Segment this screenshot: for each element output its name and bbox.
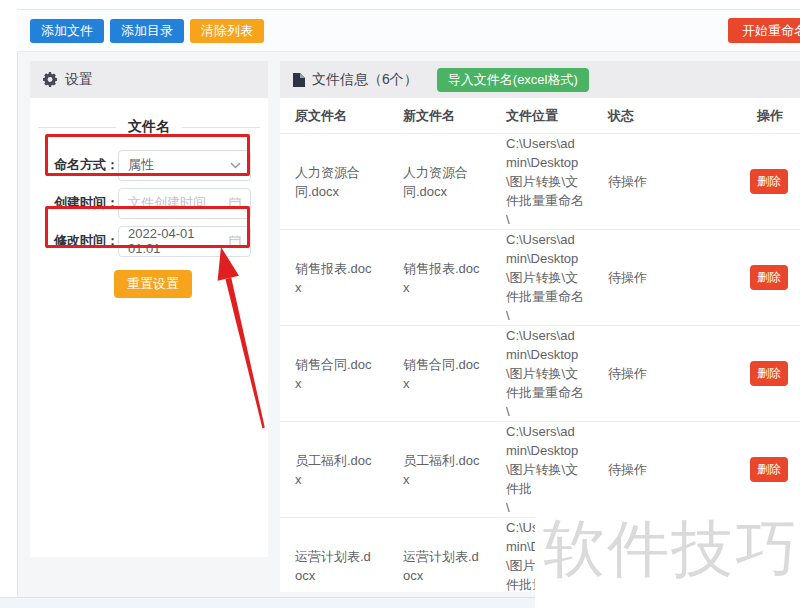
settings-panel: 设置 文件名 命名方式： 属性 创建时间： 文件创建时间 修改时间： 2022-… [30, 61, 268, 557]
add-files-button[interactable]: 添加文件 [30, 19, 104, 43]
new-filename: 销售合同.doc x [403, 355, 506, 393]
file-location: C:\Users\ad min\Desktop \图片转换\文 件批量重命名 \ [506, 326, 608, 421]
watermark-block: 软件技巧 [535, 505, 800, 608]
col-action: 操作 [757, 107, 788, 125]
file-info-header: 文件信息（6个） 导入文件名(excel格式) [280, 61, 800, 98]
old-filename: 销售合同.doc x [295, 355, 403, 393]
naming-method-value: 属性 [128, 156, 154, 174]
delete-button[interactable]: 删除 [750, 169, 788, 194]
new-filename: 运营计划表.d ocx [403, 547, 506, 585]
calendar-icon [229, 235, 241, 247]
old-filename: 运营计划表.d ocx [295, 547, 403, 585]
new-filename: 销售报表.doc x [403, 259, 506, 297]
modified-time-input[interactable]: 2022-04-01 01:01 [118, 226, 251, 257]
file-location: C:\Users\ad min\Desktop \图片转换\文 件批 \ [506, 422, 608, 517]
settings-panel-title: 设置 [65, 71, 93, 89]
created-time-placeholder: 文件创建时间 [128, 194, 206, 212]
modified-time-label: 修改时间： [54, 232, 118, 250]
old-filename: 员工福利.doc x [295, 451, 403, 489]
naming-method-label: 命名方式： [54, 156, 118, 174]
new-filename: 人力资源合 同.docx [403, 163, 506, 201]
chevron-down-icon [230, 162, 241, 169]
delete-button[interactable]: 删除 [750, 457, 788, 482]
status-text: 待操作 [608, 460, 748, 479]
old-filename: 人力资源合 同.docx [295, 163, 403, 201]
created-time-input[interactable]: 文件创建时间 [118, 188, 251, 219]
add-directory-button[interactable]: 添加目录 [110, 19, 184, 43]
table-header-row: 原文件名 新文件名 文件位置 状态 操作 [280, 98, 800, 133]
created-time-row: 创建时间： 文件创建时间 [54, 186, 268, 220]
start-rename-button[interactable]: 开始重命名 [728, 18, 800, 43]
status-text: 待操作 [608, 364, 748, 383]
status-text: 待操作 [608, 172, 748, 191]
document-icon [293, 73, 305, 87]
naming-method-row: 命名方式： 属性 [54, 148, 268, 182]
col-new-name: 新文件名 [403, 107, 506, 125]
status-text: 待操作 [608, 268, 748, 287]
watermark-text: 软件技巧 [543, 507, 799, 591]
file-location: C:\Users\ad min\Desktop \图片转换\文 件批量重命名 \ [506, 134, 608, 229]
filename-section-divider: 文件名 [38, 118, 260, 136]
col-status: 状态 [608, 107, 748, 125]
new-filename: 员工福利.doc x [403, 451, 506, 489]
col-location: 文件位置 [506, 107, 608, 125]
table-row: 员工福利.doc x 员工福利.doc x C:\Users\ad min\De… [280, 421, 800, 517]
toolbar: 添加文件 添加目录 清除列表 [17, 10, 800, 52]
delete-button[interactable]: 删除 [750, 265, 788, 290]
clear-list-button[interactable]: 清除列表 [190, 19, 264, 43]
old-filename: 销售报表.doc x [295, 259, 403, 297]
calendar-icon [229, 197, 241, 209]
gear-icon [43, 72, 58, 87]
table-row: 人力资源合 同.docx 人力资源合 同.docx C:\Users\ad mi… [280, 133, 800, 229]
naming-method-select[interactable]: 属性 [118, 150, 251, 181]
table-row: 销售报表.doc x 销售报表.doc x C:\Users\ad min\De… [280, 229, 800, 325]
import-filenames-button[interactable]: 导入文件名(excel格式) [437, 68, 589, 92]
filename-section-title: 文件名 [116, 118, 182, 136]
file-location: C:\Users\ad min\Desktop \图片转换\文 件批量重命名 \ [506, 230, 608, 325]
modified-time-row: 修改时间： 2022-04-01 01:01 [54, 224, 268, 258]
modified-time-value: 2022-04-01 01:01 [128, 226, 229, 256]
file-info-title: 文件信息（6个） [312, 71, 418, 89]
col-old-name: 原文件名 [295, 107, 403, 125]
settings-panel-header: 设置 [30, 61, 268, 98]
delete-button[interactable]: 删除 [750, 361, 788, 386]
created-time-label: 创建时间： [54, 194, 118, 212]
table-row: 销售合同.doc x 销售合同.doc x C:\Users\ad min\De… [280, 325, 800, 421]
reset-settings-button[interactable]: 重置设置 [114, 270, 192, 298]
